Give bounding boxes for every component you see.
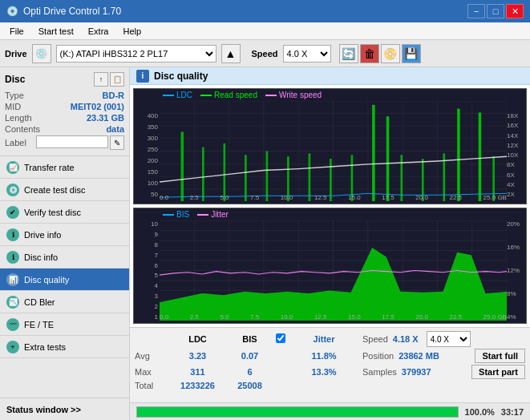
dq-icon: i xyxy=(136,70,149,83)
position-label: Position xyxy=(362,351,394,361)
extra-tests-icon: + xyxy=(6,341,19,353)
progress-bar-outer xyxy=(136,406,459,418)
legend-bis: BIS xyxy=(163,210,189,219)
verify-test-disc-icon: ✔ xyxy=(6,206,19,219)
main-layout: Disc ↑ 📋 Type BD-R MID MEIT02 (001) Leng… xyxy=(0,67,530,420)
disc-icon-1[interactable]: ↑ xyxy=(94,72,108,87)
sidebar-item-cd-bler[interactable]: 📉 CD Bler xyxy=(0,291,129,313)
disc-label-edit-btn[interactable]: ✎ xyxy=(110,135,124,150)
disc-section: Disc ↑ 📋 Type BD-R MID MEIT02 (001) Leng… xyxy=(0,67,129,156)
disc-mid-label: MID xyxy=(5,102,21,111)
start-full-button[interactable]: Start full xyxy=(475,349,525,363)
disc-type-row: Type BD-R xyxy=(5,90,124,101)
menu-file[interactable]: File xyxy=(3,25,30,38)
drive-eject-icon[interactable]: 💿 xyxy=(32,44,51,63)
nav-label-create-test-disc: Create test disc xyxy=(24,185,85,195)
speed-label: Speed xyxy=(362,334,388,344)
speed-select[interactable]: 4.0 X xyxy=(283,45,331,63)
sidebar-item-transfer-rate[interactable]: 📈 Transfer rate xyxy=(0,156,129,179)
menu-start-test[interactable]: Start test xyxy=(32,25,80,38)
nav-label-extra-tests: Extra tests xyxy=(24,342,66,352)
avg-bis: 0.07 xyxy=(224,351,276,361)
disc-info-icon: ℹ xyxy=(6,251,19,264)
lower-y-axis-left: 10 9 8 7 6 5 4 3 2 1 xyxy=(134,220,160,321)
erase-icon[interactable]: 🗑 xyxy=(360,44,379,63)
progress-bar-inner xyxy=(137,407,458,417)
samples-value: 379937 xyxy=(402,367,431,377)
legend-ldc: LDC xyxy=(163,91,192,99)
minimize-button[interactable]: − xyxy=(467,4,485,18)
stats-header-row: LDC BIS Jitter Speed 4.18 X 4.0 X xyxy=(135,331,525,347)
disc-contents-value: data xyxy=(106,124,124,134)
menubar: File Start test Extra Help xyxy=(0,22,530,40)
total-label: Total xyxy=(135,381,172,390)
disc-action-icons: ↑ 📋 xyxy=(94,72,124,87)
drive-info-icon: ℹ xyxy=(6,228,19,241)
lower-chart: BIS Jitter xyxy=(133,208,527,324)
jitter-checkbox[interactable] xyxy=(276,333,285,343)
close-button[interactable]: ✕ xyxy=(506,4,524,18)
sidebar-item-fe-te[interactable]: 〰 FE / TE xyxy=(0,313,129,336)
jitter-header: Jitter xyxy=(292,334,356,344)
disc-mid-row: MID MEIT02 (001) xyxy=(5,101,124,112)
sidebar-item-create-test-disc[interactable]: 💿 Create test disc xyxy=(0,179,129,201)
fe-te-icon: 〰 xyxy=(6,318,19,331)
speed-value: 4.18 X xyxy=(393,334,419,344)
samples-label: Samples xyxy=(362,367,397,377)
drive-action-icon[interactable]: ▲ xyxy=(221,44,241,63)
charts-area: LDC Read speed Write speed xyxy=(130,85,530,327)
svg-rect-32 xyxy=(457,109,460,201)
disc-quality-header: i Disc quality xyxy=(130,67,530,85)
sidebar-item-verify-test-disc[interactable]: ✔ Verify test disc xyxy=(0,201,129,224)
sidebar-item-disc-info[interactable]: ℹ Disc info xyxy=(0,246,129,269)
disc-label-input-group: ✎ xyxy=(36,135,124,150)
start-part-button[interactable]: Start part xyxy=(471,365,525,379)
legend-ldc-label: LDC xyxy=(176,91,192,99)
titlebar: 💿 Opti Drive Control 1.70 − □ ✕ xyxy=(0,0,530,22)
upper-chart-legend: LDC Read speed Write speed xyxy=(134,89,526,101)
status-window-btn[interactable]: Status window >> xyxy=(0,398,129,420)
nav-items: 📈 Transfer rate 💿 Create test disc ✔ Ver… xyxy=(0,156,129,398)
save-icon[interactable]: 💾 xyxy=(402,44,421,63)
jitter-checkbox-cell xyxy=(276,333,292,345)
disc-icon-2[interactable]: 📋 xyxy=(110,72,124,87)
stats-avg-row: Avg 3.23 0.07 11.8% Position 23862 MB St… xyxy=(135,349,525,363)
max-label: Max xyxy=(135,367,172,377)
burn-icon[interactable]: 📀 xyxy=(381,44,400,63)
stats-area: LDC BIS Jitter Speed 4.18 X 4.0 X Avg 3.… xyxy=(130,327,530,402)
progress-area: 100.0% 33:17 xyxy=(130,402,530,420)
disc-type-value: BD-R xyxy=(103,91,125,100)
avg-jitter: 11.8% xyxy=(292,351,356,361)
svg-rect-28 xyxy=(386,116,390,201)
refresh-icon[interactable]: 🔄 xyxy=(339,44,358,63)
toolbar-icons: 🔄 🗑 📀 💾 xyxy=(339,44,421,63)
upper-x-axis: 0.0 2.5 5.0 7.5 10.0 12.5 15.0 17.5 20.0… xyxy=(160,194,507,201)
sidebar-item-disc-quality[interactable]: 📊 Disc quality xyxy=(0,269,129,291)
total-bis: 25008 xyxy=(224,381,276,390)
sidebar: Disc ↑ 📋 Type BD-R MID MEIT02 (001) Leng… xyxy=(0,67,130,420)
app-icon: 💿 xyxy=(6,6,18,17)
drive-select[interactable]: (K:) ATAPI iHBS312 2 PL17 xyxy=(56,45,216,63)
sidebar-item-drive-info[interactable]: ℹ Drive info xyxy=(0,224,129,246)
menu-help[interactable]: Help xyxy=(116,25,148,38)
avg-ldc: 3.23 xyxy=(172,351,224,361)
nav-label-drive-info: Drive info xyxy=(24,230,61,240)
drive-label: Drive xyxy=(5,49,27,59)
disc-label-input[interactable] xyxy=(36,135,108,148)
time-text: 33:17 xyxy=(501,407,524,417)
titlebar-title: 💿 Opti Drive Control 1.70 xyxy=(6,6,121,17)
sidebar-item-extra-tests[interactable]: + Extra tests xyxy=(0,336,129,358)
bis-header: BIS xyxy=(224,334,276,344)
speed-header-area: Speed 4.18 X 4.0 X xyxy=(356,331,525,347)
maximize-button[interactable]: □ xyxy=(487,4,504,18)
menu-extra[interactable]: Extra xyxy=(82,25,115,38)
nav-label-disc-quality: Disc quality xyxy=(24,275,69,285)
speed-select-stats[interactable]: 4.0 X xyxy=(427,331,471,347)
stats-max-row: Max 311 6 13.3% Samples 379937 Start par… xyxy=(135,365,525,379)
max-ldc: 311 xyxy=(172,367,224,377)
legend-write-speed: Write speed xyxy=(265,91,322,99)
disc-label-label: Label xyxy=(5,138,26,147)
nav-label-transfer-rate: Transfer rate xyxy=(24,163,75,172)
progress-text: 100.0% xyxy=(465,407,495,417)
disc-length-value: 23.31 GB xyxy=(87,113,124,123)
